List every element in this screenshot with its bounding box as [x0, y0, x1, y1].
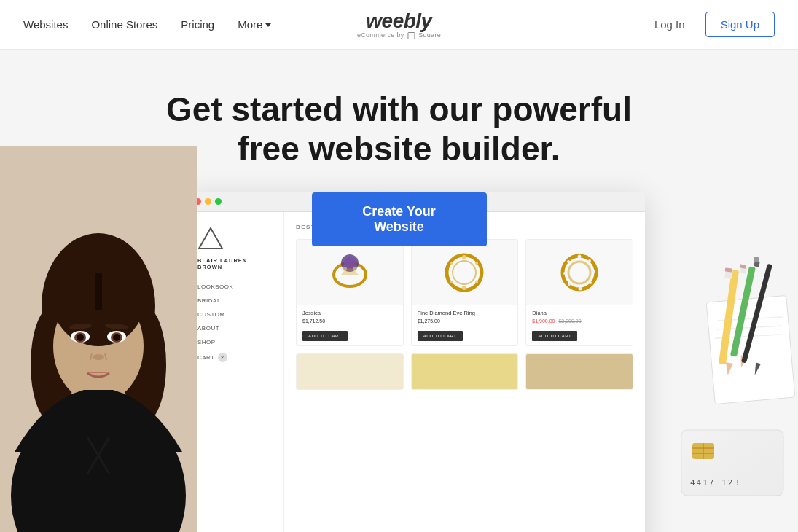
svg-point-48 [567, 260, 570, 263]
product-img-jessica [297, 240, 403, 305]
add-to-cart-diamond[interactable]: ADD TO CART [418, 331, 463, 341]
logo-subtitle: eCommerce by Square [357, 31, 441, 39]
svg-point-42 [588, 259, 591, 262]
store-nav-about[interactable]: ABOUT [197, 325, 272, 332]
header: Websites Online Stores Pricing More weeb… [0, 0, 798, 50]
login-button[interactable]: Log In [646, 12, 694, 36]
svg-point-18 [93, 354, 104, 360]
svg-point-37 [450, 281, 453, 283]
hero-headline: Get started with our powerful free websi… [0, 50, 798, 246]
product-name-jessica: Jessica [302, 310, 397, 316]
product-name-diamond: Fine Diamond Eye Ring [418, 310, 512, 316]
hero-section: Get started with our powerful free websi… [0, 50, 798, 532]
product-name-diana: Diana [532, 310, 627, 316]
browser-content: BLAIR LAUREN BROWN LOOKBOOK BRIDAL CUSTO… [186, 212, 645, 532]
logo: weebly eCommerce by Square [357, 9, 441, 39]
chevron-down-icon [265, 23, 271, 27]
nav-pricing[interactable]: Pricing [181, 18, 214, 31]
right-illustration: 4417 123 [652, 255, 798, 532]
store-sidebar: BLAIR LAUREN BROWN LOOKBOOK BRIDAL CUSTO… [186, 212, 284, 532]
svg-point-36 [462, 286, 466, 290]
store-nav-custom[interactable]: CUSTOM [197, 311, 272, 318]
store-main: BEST SELLERS [284, 212, 645, 532]
svg-point-45 [579, 287, 582, 291]
product-info-diana: Diana $1,900.00 $2,299.00 ADD TO CART [526, 305, 633, 345]
store-nav-lookbook[interactable]: LOOKBOOK [197, 283, 272, 290]
svg-point-34 [475, 262, 478, 265]
product-card-partial-1 [296, 353, 404, 390]
store-nav-shop[interactable]: SHOP [197, 339, 272, 345]
add-to-cart-jessica[interactable]: ADD TO CART [302, 331, 348, 341]
svg-point-43 [592, 270, 595, 273]
svg-point-17 [113, 334, 120, 341]
product-img-diana [526, 240, 633, 305]
svg-point-44 [589, 281, 592, 284]
logo-text: weebly [357, 9, 441, 33]
product-img-diamond [412, 240, 518, 305]
products-grid-row2 [296, 353, 633, 390]
nav-right: Log In Sign Up [646, 12, 775, 37]
svg-rect-49 [706, 295, 795, 404]
product-card-partial-3 [525, 353, 633, 390]
hero-title: Get started with our powerful free websi… [144, 90, 654, 169]
nav-online-stores[interactable]: Online Stores [91, 18, 157, 31]
store-nav-cart[interactable]: CART 2 [197, 353, 272, 362]
svg-point-47 [563, 272, 566, 275]
product-price-diana: $1,900.00 $2,299.00 [532, 318, 627, 324]
svg-point-38 [450, 262, 453, 265]
svg-point-29 [343, 267, 347, 271]
product-info-diamond: Fine Diamond Eye Ring $1,275.00 ADD TO C… [412, 305, 518, 345]
product-card-partial-2 [411, 353, 519, 390]
product-original-price-diana: $2,299.00 [558, 318, 581, 324]
nav-left: Websites Online Stores Pricing More [23, 18, 271, 31]
create-website-button[interactable]: Create Your Website [312, 192, 487, 246]
svg-point-46 [568, 283, 571, 286]
add-to-cart-diana[interactable]: ADD TO CART [532, 331, 577, 341]
cart-badge: 2 [218, 353, 227, 362]
nav-more[interactable]: More [238, 18, 271, 31]
nav-websites[interactable]: Websites [23, 18, 68, 31]
svg-text:4417 123: 4417 123 [690, 478, 740, 488]
store-nav-bridal[interactable]: BRIDAL [197, 297, 272, 304]
svg-point-16 [77, 334, 84, 341]
product-info-jessica: Jessica $1,712.50 ADD TO CART [297, 305, 403, 345]
svg-point-40 [568, 262, 590, 283]
svg-point-33 [462, 255, 466, 259]
product-sale-price-diana: $1,900.00 [532, 318, 555, 324]
svg-point-35 [475, 281, 478, 283]
product-card-diana: Diana $1,900.00 $2,299.00 ADD TO CART [525, 239, 633, 346]
product-card-diamond: Fine Diamond Eye Ring $1,275.00 ADD TO C… [411, 239, 519, 346]
svg-point-32 [453, 261, 476, 284]
signup-button[interactable]: Sign Up [705, 12, 775, 37]
products-grid: Jessica $1,712.50 ADD TO CART [296, 239, 633, 346]
svg-point-41 [578, 255, 582, 259]
product-card-jessica: Jessica $1,712.50 ADD TO CART [296, 239, 404, 346]
svg-point-30 [353, 267, 357, 271]
product-price-diamond: $1,275.00 [418, 318, 512, 324]
store-nav: LOOKBOOK BRIDAL CUSTOM ABOUT SHOP CART 2 [197, 283, 272, 362]
svg-rect-9 [95, 273, 102, 310]
store-brand-name: BLAIR LAUREN BROWN [197, 257, 272, 270]
product-price-jessica: $1,712.50 [302, 318, 397, 324]
